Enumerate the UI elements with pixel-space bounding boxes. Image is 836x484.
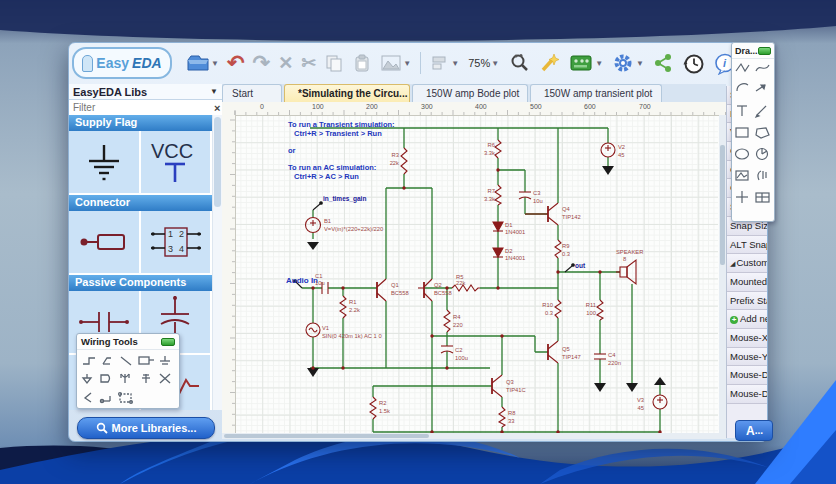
zoom-level-value: 75% [468,57,490,69]
polygon-tool-icon [756,128,769,138]
svg-text:R11: R11 [586,302,596,308]
svg-text:B1: B1 [324,218,331,224]
pie-tool-icon [757,148,768,160]
cut-button[interactable]: ✂ [299,50,318,76]
scissors-icon: ✂ [301,54,316,72]
svg-text:SIN(0 420m 1k) AC 1 0: SIN(0 420m 1k) AC 1 0 [322,333,382,339]
lib-item-header4[interactable]: 1234 [141,211,213,275]
svg-text:1.5k: 1.5k [379,408,390,414]
resistor-R1 [340,296,346,318]
svg-text:R1: R1 [349,299,356,305]
polyline-tool-icon [736,64,749,71]
svg-text:2.2k: 2.2k [349,307,360,313]
settings-button[interactable]: ▼ [609,50,646,76]
attr-row-custom-area[interactable]: ◢Custom A [727,254,767,273]
svg-text:Q5: Q5 [562,346,570,352]
zoom-level-select[interactable]: 75%▼ [465,48,502,78]
canvas-vscrollbar[interactable] [719,115,726,433]
rect-tool-icon [736,128,748,137]
share-button[interactable] [650,50,676,76]
folder-icon [186,52,210,74]
components[interactable] [294,140,667,433]
drawing-tools-grid[interactable] [732,59,772,219]
magic-wand-icon [538,52,560,74]
resistor-R3 [401,148,407,174]
tab-simulating[interactable]: *Simulating the Circu... [284,84,410,102]
wire-tool-icon [83,358,95,364]
logo-text-easy: Easy [96,55,129,71]
section-passive[interactable]: Passive Components [69,275,212,291]
drag-tool-icon [758,171,766,180]
search-icon [96,422,108,434]
pin-tool-icon [100,396,110,403]
canvas-hscrollbar[interactable] [222,433,726,439]
libs-header[interactable]: EasyEDA Libs ▼ [69,84,222,100]
expand-icon[interactable]: ◢ [730,260,735,267]
lib-item-vcc[interactable]: VCC [141,131,213,195]
attr-row-mouse-dx[interactable]: Mouse-DX [727,366,767,385]
component-labels: B1V=V(in)*(220+22k)/220 V1SIN(0 420m 1k)… [315,142,644,424]
svg-text:R6: R6 [488,142,495,148]
lib-item-gnd[interactable] [69,131,141,195]
svg-text:TIP41C: TIP41C [506,387,526,393]
align-button[interactable]: ▼ [428,50,461,76]
transistor-Q3 [492,375,502,397]
tab-start[interactable]: Start [222,84,282,102]
more-libraries-button[interactable]: More Libraries... [77,417,215,439]
attr-row-alt-snap[interactable]: ALT Snap [727,236,767,255]
history-button[interactable] [680,50,707,76]
attr-row-prefix-start[interactable]: Prefix Sta [727,292,767,311]
capacitor-C4 [594,354,606,359]
svg-text:1N4001: 1N4001 [505,229,525,235]
resistor-R6 [495,140,501,158]
redo-icon: ↷ [253,54,271,72]
filter-input[interactable] [69,101,209,114]
tab-transient-plot[interactable]: 150W amp transient plot [530,84,662,102]
convert-pcb-button[interactable]: ▼ [566,50,605,76]
section-supply-flag[interactable]: Supply Flag [69,115,212,131]
wiring-tools-grid[interactable] [77,350,177,408]
drawing-tools-title: Dra... [735,46,758,56]
export-image-button[interactable]: ▼ [378,50,413,76]
svg-text:500: 500 [530,103,542,110]
schematic-drawing[interactable]: To run a Transient simulation: Ctrl+R > … [235,115,718,433]
pcb-icon [568,52,594,74]
document-tab-bar: Start *Simulating the Circu... 150W amp … [222,84,726,103]
drawing-tools-badge-icon[interactable] [758,47,771,55]
attr-row-add-new[interactable]: +Add ne [727,310,767,329]
svg-text:C4: C4 [608,352,616,358]
delete-button[interactable]: ✕ [276,50,295,76]
library-scrollbar[interactable] [212,115,222,410]
text-tool-icon [737,106,747,116]
tab-bode-plot[interactable]: 150W amp Bode plot [412,84,528,102]
svg-text:SPEAKER: SPEAKER [616,249,643,255]
libs-dropdown-icon[interactable]: ▼ [210,87,218,96]
lib-item-plug[interactable] [69,211,141,275]
undo-button[interactable]: ↶ [225,50,247,76]
svg-text:0.3: 0.3 [562,251,570,257]
logo-text-eda: EDA [132,55,162,71]
svg-text:220n: 220n [608,360,621,366]
svg-text:33: 33 [508,418,514,424]
section-connector[interactable]: Connector [69,195,212,211]
gnd-tool-icon [160,356,170,364]
save-open-button[interactable]: ▼ [184,50,221,76]
apply-button[interactable]: A... [735,420,773,441]
paste-button[interactable] [350,50,374,76]
svg-text:45: 45 [618,152,624,158]
copy-button[interactable] [322,50,346,76]
resistor-R2 [370,397,376,419]
attr-row-mounted[interactable]: Mounted [727,273,767,292]
attr-row-mouse-x[interactable]: Mouse-X [727,329,767,348]
svg-text:VCC: VCC [151,140,193,162]
wiring-tools-badge-icon[interactable] [161,338,175,346]
attr-row-mouse-y[interactable]: Mouse-Y [727,348,767,367]
add-icon[interactable]: + [730,316,738,324]
search-component-button[interactable] [506,50,532,76]
source-V1 [306,323,320,337]
svg-text:or: or [288,146,296,155]
attr-row-mouse-dy[interactable]: Mouse-D [727,385,767,404]
redo-button[interactable]: ↷ [251,50,273,76]
svg-text:R9: R9 [562,243,569,249]
wizard-button[interactable] [536,50,562,76]
